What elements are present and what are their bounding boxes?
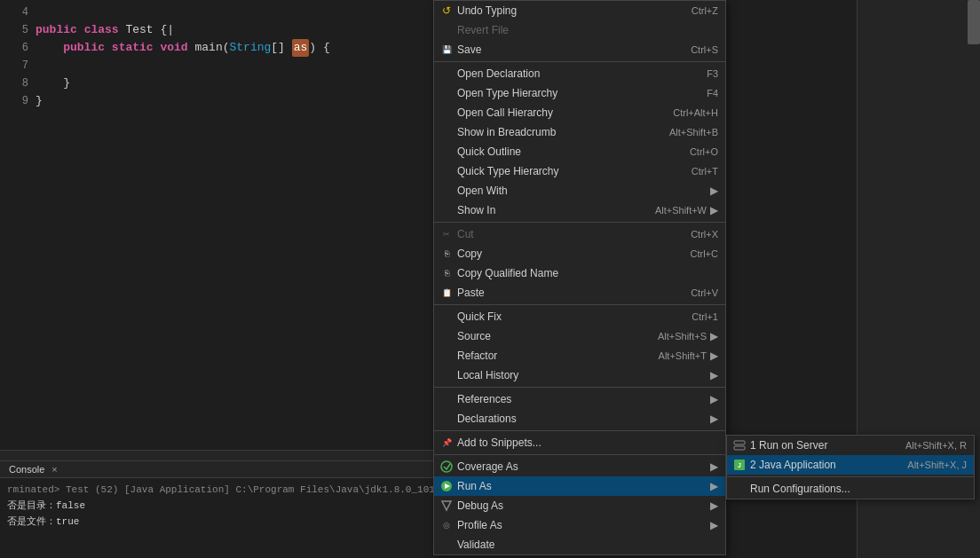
menu-label: Undo Typing: [457, 4, 677, 17]
svg-marker-3: [442, 501, 451, 510]
submenu-arrow-icon: ▶: [710, 393, 718, 405]
menu-item-revert-file[interactable]: Revert File: [434, 20, 725, 40]
menu-label: Paste: [457, 287, 676, 299]
editor-content: 4 5 public class Test {| 6 public static…: [0, 0, 426, 114]
editor-line-6: 6 public static void main( String [] as …: [7, 39, 419, 57]
menu-item-show-in[interactable]: Show In Alt+Shift+W ▶: [434, 200, 725, 220]
console-close-icon[interactable]: ×: [51, 464, 57, 475]
profile-icon: ◎: [439, 518, 454, 532]
submenu-arrow-icon: ▶: [710, 413, 718, 425]
menu-separator: [434, 61, 725, 62]
menu-item-add-to-snippets[interactable]: 📌 Add to Snippets...: [434, 433, 725, 452]
menu-item-copy[interactable]: ⎘ Copy Ctrl+C: [434, 244, 725, 263]
menu-label: Copy: [457, 248, 676, 260]
menu-separator: [434, 304, 725, 305]
menu-separator: [434, 387, 725, 388]
submenu-arrow-icon: ▶: [710, 480, 718, 492]
context-menu: ↺ Undo Typing Ctrl+Z Revert File 💾 Save …: [433, 0, 726, 555]
menu-shortcut: F3: [707, 68, 718, 79]
menu-item-debug-as[interactable]: Debug As ▶: [434, 496, 725, 515]
menu-shortcut: Ctrl+Alt+H: [673, 107, 718, 118]
menu-label: Copy Qualified Name: [457, 267, 718, 279]
menu-shortcut: Alt+Shift+S: [658, 331, 707, 342]
menu-label: Coverage As: [457, 460, 707, 473]
menu-label: Show In: [457, 204, 641, 216]
menu-shortcut: Alt+Shift+X, R: [905, 440, 967, 451]
menu-item-open-declaration[interactable]: Open Declaration F3: [434, 64, 725, 83]
save-icon: 💾: [439, 43, 454, 57]
menu-item-run-as[interactable]: Run As ▶: [434, 476, 725, 496]
menu-label: Show in Breadcrumb: [457, 126, 655, 138]
menu-item-source[interactable]: Source Alt+Shift+S ▶: [434, 326, 725, 346]
menu-item-undo-typing[interactable]: ↺ Undo Typing Ctrl+Z: [434, 1, 725, 20]
submenu-item-run-configurations[interactable]: Run Configurations...: [727, 479, 974, 499]
submenu-arrow-icon: ▶: [710, 330, 718, 342]
submenu-arrow-icon: ▶: [710, 519, 718, 531]
menu-label: Validate: [457, 538, 718, 551]
menu-item-quick-type-hierarchy[interactable]: Quick Type Hierarchy Ctrl+T: [434, 161, 725, 181]
menu-shortcut: Ctrl+O: [690, 146, 718, 157]
menu-label: Open With: [457, 185, 707, 197]
menu-item-validate[interactable]: Validate: [434, 535, 725, 554]
menu-item-references[interactable]: References ▶: [434, 389, 725, 409]
menu-label: Run As: [457, 480, 707, 492]
menu-label: Revert File: [457, 24, 718, 36]
submenu-arrow-icon: ▶: [710, 460, 718, 473]
menu-label: Open Declaration: [457, 67, 692, 80]
editor-line-9: 9 }: [7, 92, 419, 110]
menu-item-profile-as[interactable]: ◎ Profile As ▶: [434, 515, 725, 535]
menu-label: Cut: [457, 228, 676, 240]
submenu-arrow-icon: ▶: [710, 499, 718, 512]
submenu-item-java-application[interactable]: J 2 Java Application Alt+Shift+X, J: [727, 455, 974, 475]
menu-label: Source: [457, 330, 644, 342]
line-number: 6: [7, 39, 28, 57]
menu-shortcut: Ctrl+1: [692, 311, 718, 322]
menu-item-refactor[interactable]: Refactor Alt+Shift+T ▶: [434, 346, 725, 365]
menu-item-open-type-hierarchy[interactable]: Open Type Hierarchy F4: [434, 83, 725, 103]
menu-shortcut: Alt+Shift+B: [669, 127, 718, 138]
menu-label: Local History: [457, 369, 707, 381]
menu-shortcut: Ctrl+T: [692, 166, 718, 177]
menu-label: Quick Outline: [457, 145, 676, 158]
menu-item-paste[interactable]: 📋 Paste Ctrl+V: [434, 283, 725, 303]
menu-label: Quick Fix: [457, 310, 677, 323]
menu-item-show-in-breadcrumb[interactable]: Show in Breadcrumb Alt+Shift+B: [434, 122, 725, 142]
submenu-separator: [727, 476, 974, 477]
debug-icon: [439, 499, 454, 513]
editor-line-5: 5 public class Test {|: [7, 21, 419, 39]
coverage-icon: [439, 460, 454, 474]
line-number: 4: [7, 4, 28, 21]
scrollbar-thumb[interactable]: [968, 0, 980, 44]
run-icon: [439, 479, 454, 493]
menu-label: Quick Type Hierarchy: [457, 165, 677, 177]
menu-item-cut[interactable]: ✂ Cut Ctrl+X: [434, 224, 725, 244]
menu-separator: [434, 222, 725, 223]
menu-item-declarations[interactable]: Declarations ▶: [434, 409, 725, 428]
console-tab-label[interactable]: Console: [9, 464, 44, 475]
menu-item-quick-fix[interactable]: Quick Fix Ctrl+1: [434, 307, 725, 326]
submenu-item-run-on-server[interactable]: 1 Run on Server Alt+Shift+X, R: [727, 436, 974, 455]
menu-label: 2 Java Application: [750, 459, 893, 471]
menu-label: Declarations: [457, 413, 707, 425]
menu-separator: [434, 430, 725, 431]
menu-item-copy-qualified-name[interactable]: ⎘ Copy Qualified Name: [434, 263, 725, 283]
menu-item-save[interactable]: 💾 Save Ctrl+S: [434, 40, 725, 59]
menu-shortcut: Ctrl+S: [691, 44, 718, 55]
server-icon: [732, 438, 747, 452]
menu-item-coverage-as[interactable]: Coverage As ▶: [434, 457, 725, 476]
menu-shortcut: Ctrl+C: [691, 248, 718, 259]
revert-icon: [439, 23, 454, 37]
submenu-arrow-icon: ▶: [710, 369, 718, 381]
run-as-submenu: 1 Run on Server Alt+Shift+X, R J 2 Java …: [726, 435, 975, 499]
menu-label: Save: [457, 43, 676, 56]
menu-item-quick-outline[interactable]: Quick Outline Ctrl+O: [434, 142, 725, 161]
submenu-arrow-icon: ▶: [710, 350, 718, 362]
menu-label: Refactor: [457, 350, 644, 362]
menu-item-open-with[interactable]: Open With ▶: [434, 181, 725, 200]
menu-shortcut: F4: [707, 88, 718, 98]
line-number: 5: [7, 21, 28, 39]
menu-item-local-history[interactable]: Local History ▶: [434, 365, 725, 385]
snippet-icon: 📌: [439, 436, 454, 450]
menu-label: Open Call Hierarchy: [457, 106, 659, 119]
menu-item-open-call-hierarchy[interactable]: Open Call Hierarchy Ctrl+Alt+H: [434, 103, 725, 122]
